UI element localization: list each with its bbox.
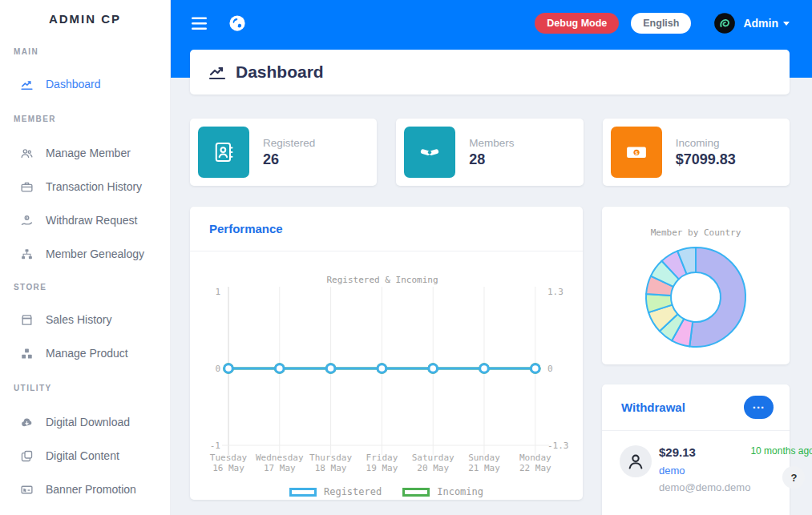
withdrawal-user-link[interactable]: demo [659, 465, 750, 477]
hand-holding-dollar-icon [20, 214, 34, 227]
sidebar-section-utility: UTILITY [0, 370, 170, 405]
data-point-registered [224, 364, 233, 373]
caret-down-icon [783, 22, 790, 26]
data-point-registered [276, 364, 285, 373]
withdrawal-user-email: demo@demo.demo [659, 481, 750, 493]
member-by-country-card: Member by Country [602, 207, 790, 364]
sidebar-item-label: Sales History [46, 313, 111, 326]
stats-row: Registered 26 Members 28 $ [190, 119, 790, 186]
sitemap-icon [20, 247, 34, 261]
page-title: Dashboard [236, 62, 324, 82]
sidebar-section-main: MAIN [0, 35, 170, 67]
banner-icon [20, 483, 34, 497]
app-root: ADMIN CP MAIN Dashboard MEMBER Manage Me… [0, 0, 812, 515]
address-book-icon [198, 127, 249, 178]
performance-card: Performance Registered & IncomingTuesday… [190, 207, 583, 500]
legend-incoming: Incoming [402, 484, 483, 500]
svg-text:$: $ [635, 150, 638, 155]
admin-label: Admin [743, 17, 778, 30]
stat-value: 28 [469, 151, 514, 168]
x-axis-day-label: Thursday [309, 453, 352, 463]
y-axis-right-tick: 0 [547, 364, 553, 374]
sidebar-item-member-genealogy[interactable]: Member Genealogy [0, 237, 170, 271]
language-globe-button[interactable] [224, 10, 251, 37]
data-point-registered [429, 364, 438, 373]
legend-swatch [402, 488, 430, 497]
x-axis-day-label: Wednesday [256, 453, 304, 463]
stat-text: Incoming $7099.83 [676, 137, 736, 168]
withdrawal-card: Withdrawal ... $29.13 demo demo@demo.dem… [602, 384, 790, 515]
money-bill-icon: $ [611, 127, 662, 178]
user-avatar[interactable] [713, 12, 736, 34]
donut-slice [689, 247, 745, 347]
sidebar-item-label: Digital Content [46, 449, 119, 462]
sidebar-item-transaction-history[interactable]: Transaction History [0, 170, 170, 203]
x-axis-date-label: 16 May [212, 463, 244, 473]
handshake-icon [404, 127, 455, 178]
sidebar-item-label: Withdraw Request [46, 214, 137, 227]
chart-line-icon [208, 62, 227, 82]
person-avatar-icon [620, 445, 652, 477]
store-icon [20, 313, 34, 327]
x-axis-date-label: 20 May [417, 463, 449, 473]
stat-card-members: Members 28 [396, 119, 583, 186]
sidebar-item-digital-content[interactable]: Digital Content [0, 439, 170, 473]
cloud-download-icon [20, 416, 34, 429]
sidebar-item-manage-product[interactable]: Manage Product [0, 336, 170, 370]
briefcase-icon [20, 180, 34, 194]
data-point-registered [480, 364, 489, 373]
withdrawal-details: $29.13 demo demo@demo.demo [659, 445, 750, 493]
globe-icon [228, 14, 246, 32]
withdrawal-title: Withdrawal [621, 400, 685, 414]
clone-icon [20, 449, 34, 463]
sidebar-item-manage-member[interactable]: Manage Member [0, 136, 170, 170]
stat-text: Registered 26 [263, 137, 315, 168]
stat-label: Incoming [676, 137, 736, 149]
page-header-card: Dashboard [190, 50, 790, 95]
stat-card-incoming: $ Incoming $7099.83 [603, 119, 790, 186]
legend-registered: Registered [289, 484, 382, 500]
more-options-button[interactable]: ... [744, 396, 774, 419]
stat-value: 26 [263, 151, 315, 168]
chart-line-icon [20, 78, 34, 91]
withdrawal-time: 10 months ago [750, 445, 808, 457]
admin-dropdown[interactable]: Admin [743, 17, 790, 30]
sidebar: ADMIN CP MAIN Dashboard MEMBER Manage Me… [0, 0, 171, 515]
sidebar-item-label: Transaction History [46, 180, 142, 193]
member-by-country-chart: Member by Country [602, 207, 790, 364]
sidebar-item-sales-history[interactable]: Sales History [0, 303, 170, 336]
x-axis-day-label: Friday [366, 453, 398, 463]
sidebar-item-withdraw-request[interactable]: Withdraw Request [0, 203, 170, 237]
data-point-registered [531, 364, 540, 373]
sidebar-item-label: Digital Download [46, 416, 130, 428]
y-axis-left-tick: -1 [210, 441, 220, 451]
performance-chart: Registered & IncomingTuesday16 MayWednes… [190, 251, 583, 477]
data-point-registered [326, 364, 335, 373]
sidebar-item-banner-promotion[interactable]: Banner Promotion [0, 473, 170, 506]
chart-legend: Registered Incoming [190, 484, 583, 500]
language-badge[interactable]: English [631, 13, 691, 34]
right-column: Member by Country Withdrawal ... [602, 207, 790, 515]
sidebar-item-label: Dashboard [46, 78, 101, 91]
sidebar-item-dashboard[interactable]: Dashboard [0, 67, 170, 101]
debug-mode-badge[interactable]: Debug Mode [535, 13, 619, 34]
data-point-registered [378, 364, 386, 373]
stat-value: $7099.83 [676, 151, 736, 168]
sidebar-item-getting-started[interactable]: Getting Started [0, 506, 170, 515]
x-axis-date-label: 18 May [315, 463, 347, 473]
stat-label: Members [469, 137, 514, 149]
x-axis-date-label: 22 May [519, 463, 551, 473]
y-axis-left-tick: 0 [215, 364, 220, 374]
withdrawal-card-header: Withdrawal ... [602, 384, 790, 431]
chart-title: Registered & Incoming [326, 275, 438, 285]
topbar: Debug Mode English Admin [171, 0, 812, 46]
legend-swatch [289, 488, 317, 497]
sidebar-item-label: Manage Product [46, 347, 128, 360]
sidebar-item-label: Banner Promotion [46, 483, 136, 496]
x-axis-day-label: Tuesday [210, 453, 248, 463]
performance-card-header: Performance [190, 207, 583, 251]
main-area: Debug Mode English Admin Dashboard [171, 0, 812, 515]
sidebar-item-digital-download[interactable]: Digital Download [0, 405, 170, 439]
hamburger-menu-button[interactable] [187, 12, 212, 35]
y-axis-left-tick: 1 [215, 287, 220, 297]
